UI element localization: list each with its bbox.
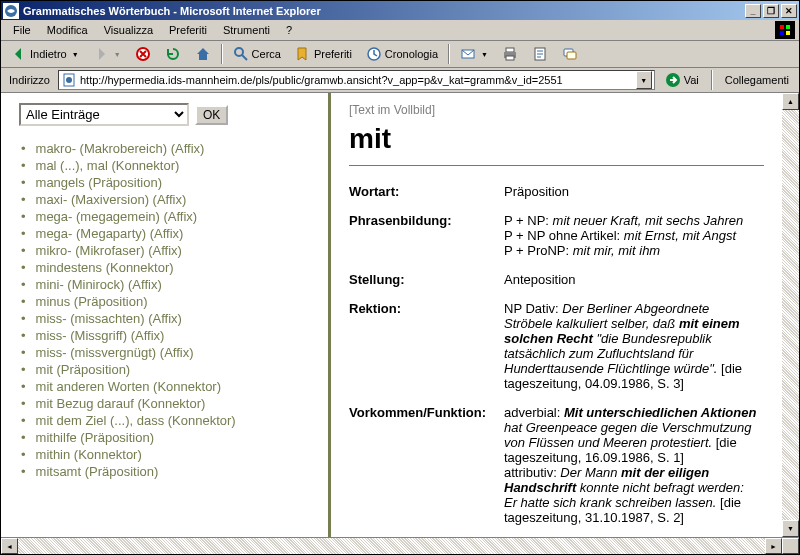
value-phrasenbildung: P + NP: mit neuer Kraft, mit sechs Jahre… bbox=[504, 209, 764, 268]
detail-table: Wortart: Präposition Phrasenbildung: P +… bbox=[349, 180, 764, 535]
entry-link[interactable]: mega- (Megaparty) (Affix) bbox=[36, 226, 184, 241]
discuss-icon bbox=[562, 46, 578, 62]
separator bbox=[448, 44, 450, 64]
entry-link[interactable]: mikro- (Mikrofaser) (Affix) bbox=[36, 243, 182, 258]
menu-visualizza[interactable]: Visualizza bbox=[96, 22, 161, 38]
scroll-track[interactable] bbox=[18, 538, 765, 554]
address-dropdown[interactable]: ▼ bbox=[636, 71, 652, 89]
back-icon bbox=[11, 46, 27, 62]
entry-link[interactable]: miss- (missachten) (Affix) bbox=[36, 311, 182, 326]
stop-button[interactable] bbox=[129, 43, 157, 65]
go-button[interactable]: Vai bbox=[659, 70, 705, 90]
back-label: Indietro bbox=[30, 48, 67, 60]
edit-button[interactable] bbox=[526, 43, 554, 65]
entry-link[interactable]: makro- (Makrobereich) (Affix) bbox=[36, 141, 205, 156]
vertical-scrollbar[interactable]: ▲ ▼ bbox=[782, 93, 799, 537]
entry-link[interactable]: mit dem Ziel (...), dass (Konnektor) bbox=[36, 413, 236, 428]
entry-link[interactable]: mal (...), mal (Konnektor) bbox=[36, 158, 180, 173]
list-item: mega- (Megaparty) (Affix) bbox=[19, 225, 320, 242]
entry-link[interactable]: minus (Präposition) bbox=[36, 294, 148, 309]
history-label: Cronologia bbox=[385, 48, 438, 60]
menu-strumenti[interactable]: Strumenti bbox=[215, 22, 278, 38]
entry-link[interactable]: mega- (megagemein) (Affix) bbox=[36, 209, 198, 224]
filter-select[interactable]: Alle Einträge bbox=[19, 103, 189, 126]
menubar: FileModificaVisualizzaPreferitiStrumenti… bbox=[1, 20, 799, 41]
scroll-down-icon[interactable]: ▼ bbox=[782, 520, 799, 537]
svg-point-3 bbox=[235, 48, 243, 56]
mail-button[interactable]: ▼ bbox=[454, 43, 494, 65]
list-item: mini- (Minirock) (Affix) bbox=[19, 276, 320, 293]
go-label: Vai bbox=[684, 74, 699, 86]
address-bar: Indirizzo ▼ Vai Collegamenti bbox=[1, 68, 799, 93]
menu-preferiti[interactable]: Preferiti bbox=[161, 22, 215, 38]
address-input-wrap[interactable]: ▼ bbox=[58, 70, 655, 90]
search-icon bbox=[233, 46, 249, 62]
page-icon bbox=[61, 72, 77, 88]
article-pane: [Text im Vollbild] mit Wortart: Präposit… bbox=[331, 93, 782, 537]
scroll-right-icon[interactable]: ► bbox=[765, 538, 782, 554]
entry-link[interactable]: mit anderen Worten (Konnektor) bbox=[36, 379, 221, 394]
list-item: maxi- (Maxiversion) (Affix) bbox=[19, 191, 320, 208]
menu-file[interactable]: File bbox=[5, 22, 39, 38]
history-icon bbox=[366, 46, 382, 62]
scroll-up-icon[interactable]: ▲ bbox=[782, 93, 799, 110]
svg-rect-1 bbox=[777, 22, 793, 38]
stop-icon bbox=[135, 46, 151, 62]
discuss-button[interactable] bbox=[556, 43, 584, 65]
chevron-down-icon: ▼ bbox=[481, 51, 488, 58]
home-button[interactable] bbox=[189, 43, 217, 65]
horizontal-scrollbar[interactable]: ◄ ► bbox=[1, 537, 799, 554]
entry-list: makro- (Makrobereich) (Affix)mal (...), … bbox=[19, 140, 320, 480]
value-stellung: Anteposition bbox=[504, 268, 764, 297]
entry-link[interactable]: mit Bezug darauf (Konnektor) bbox=[36, 396, 206, 411]
svg-rect-6 bbox=[506, 48, 514, 52]
entry-link[interactable]: mindestens (Konnektor) bbox=[36, 260, 174, 275]
search-button[interactable]: Cerca bbox=[227, 43, 287, 65]
links-label: Collegamenti bbox=[725, 74, 789, 86]
chevron-down-icon: ▼ bbox=[114, 51, 121, 58]
scroll-left-icon[interactable]: ◄ bbox=[1, 538, 18, 554]
ok-button[interactable]: OK bbox=[195, 105, 228, 125]
entry-link[interactable]: mitsamt (Präposition) bbox=[36, 464, 159, 479]
list-item: mit (Präposition) bbox=[19, 361, 320, 378]
entry-link[interactable]: miss- (Missgriff) (Affix) bbox=[36, 328, 165, 343]
scroll-track[interactable] bbox=[782, 110, 799, 520]
address-input[interactable] bbox=[80, 74, 636, 86]
separator bbox=[711, 70, 713, 90]
fulltext-link[interactable]: [Text im Vollbild] bbox=[349, 103, 764, 117]
menu-?[interactable]: ? bbox=[278, 22, 300, 38]
list-item: miss- (missvergnügt) (Affix) bbox=[19, 344, 320, 361]
maximize-button[interactable]: ❐ bbox=[763, 4, 779, 18]
row-vorkommen: Vorkommen/Funktion: adverbial: Mit unter… bbox=[349, 401, 764, 535]
close-button[interactable]: ✕ bbox=[781, 4, 797, 18]
label-rektion: Rektion: bbox=[349, 297, 504, 401]
refresh-button[interactable] bbox=[159, 43, 187, 65]
row-phrasenbildung: Phrasenbildung: P + NP: mit neuer Kraft,… bbox=[349, 209, 764, 268]
print-icon bbox=[502, 46, 518, 62]
svg-rect-8 bbox=[506, 56, 514, 60]
entry-link[interactable]: mithin (Konnektor) bbox=[36, 447, 142, 462]
entry-link[interactable]: mithilfe (Präposition) bbox=[36, 430, 155, 445]
favorites-icon bbox=[295, 46, 311, 62]
entry-link[interactable]: maxi- (Maxiversion) (Affix) bbox=[36, 192, 187, 207]
entry-link[interactable]: mini- (Minirock) (Affix) bbox=[36, 277, 162, 292]
content-area: Alle Einträge OK makro- (Makrobereich) (… bbox=[1, 93, 799, 537]
forward-button[interactable]: ▼ bbox=[87, 43, 127, 65]
back-button[interactable]: Indietro ▼ bbox=[5, 43, 85, 65]
list-item: minus (Präposition) bbox=[19, 293, 320, 310]
chevron-down-icon: ▼ bbox=[72, 51, 79, 58]
history-button[interactable]: Cronologia bbox=[360, 43, 444, 65]
entry-link[interactable]: miss- (missvergnügt) (Affix) bbox=[36, 345, 194, 360]
list-item: miss- (missachten) (Affix) bbox=[19, 310, 320, 327]
entry-link[interactable]: mit (Präposition) bbox=[36, 362, 131, 377]
entry-link[interactable]: mangels (Präposition) bbox=[36, 175, 162, 190]
links-button[interactable]: Collegamenti bbox=[719, 72, 795, 88]
favorites-button[interactable]: Preferiti bbox=[289, 43, 358, 65]
value-vorkommen: adverbial: Mit unterschiedlichen Aktione… bbox=[504, 401, 764, 535]
minimize-button[interactable]: _ bbox=[745, 4, 761, 18]
sidebar: Alle Einträge OK makro- (Makrobereich) (… bbox=[1, 93, 331, 537]
print-button[interactable] bbox=[496, 43, 524, 65]
menu-modifica[interactable]: Modifica bbox=[39, 22, 96, 38]
svg-point-13 bbox=[66, 77, 72, 83]
window-titlebar: Grammatisches Wörterbuch - Microsoft Int… bbox=[1, 1, 799, 20]
